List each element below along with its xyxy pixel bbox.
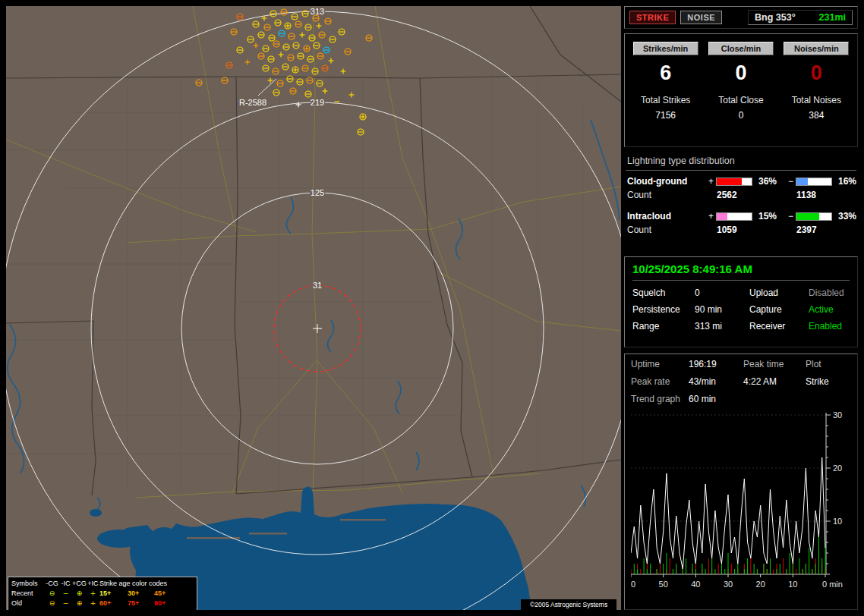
- intracloud-label: Intracloud: [627, 211, 706, 222]
- circle-minus-icon: ⊖: [45, 589, 59, 599]
- legend-header-row: Symbols -CG -IC +CG +IC Strike age color…: [11, 579, 194, 589]
- legend-old-label: Old: [11, 599, 45, 608]
- svg-text:50: 50: [659, 580, 668, 589]
- uptime-value: 196:19: [689, 359, 743, 369]
- total-noises-value: 384: [779, 110, 854, 121]
- intracloud-neg-count: 2397: [786, 225, 863, 235]
- intracloud-pos-bar: [716, 212, 752, 221]
- rates-section: Strikes/min 6 Total Strikes 7156 Close/m…: [624, 33, 858, 147]
- legend-symbols-label: Symbols: [11, 579, 45, 589]
- legend-old-row: Old ⊖ − ⊕ + 60+ 75+ 90+: [11, 599, 194, 608]
- strikes-per-min-column: Strikes/min 6 Total Strikes 7156: [628, 42, 703, 121]
- total-strikes-label: Total Strikes: [628, 95, 703, 105]
- cloud-ground-label: Cloud-ground: [627, 176, 706, 187]
- receiver-status: Enabled: [809, 321, 850, 332]
- svg-text:31: 31: [313, 281, 322, 290]
- upload-label: Upload: [749, 288, 809, 298]
- svg-text:30: 30: [833, 410, 842, 420]
- close-per-min-column: Close/min 0 Total Close 0: [703, 42, 778, 121]
- legend-recent-row: Recent ⊖ − ⊕ + 15+ 30+ 45+: [11, 589, 194, 599]
- peak-time-label: Peak time: [743, 359, 806, 369]
- copyright: ©2005 Astrogenic Systems: [521, 599, 616, 610]
- circle-plus-icon: ⊕: [72, 589, 87, 599]
- count-label: Count: [627, 225, 706, 235]
- svg-text:313: 313: [311, 7, 324, 16]
- squelch-value: 0: [695, 288, 749, 298]
- noises-per-min-button[interactable]: Noises/min: [784, 42, 849, 55]
- age-90: 90+: [154, 599, 178, 608]
- plus-icon: +: [87, 589, 99, 599]
- distribution-section: Lightning type distribution Cloud-ground…: [624, 153, 858, 250]
- minus-sign: −: [786, 211, 796, 222]
- receiver-label: Receiver: [749, 321, 809, 332]
- peak-rate-value: 43/min: [689, 376, 743, 387]
- count-label: Count: [627, 190, 706, 200]
- strike-symbol-cp: [285, 23, 291, 29]
- cloud-ground-pos-pct: 36%: [755, 176, 786, 187]
- cloud-ground-neg-bar: [796, 178, 832, 186]
- map-canvas: 31125219313 R-2588: [6, 6, 621, 610]
- strike-legend: Symbols -CG -IC +CG +IC Strike age color…: [8, 577, 197, 610]
- cloud-ground-pos-count: 2562: [706, 190, 786, 200]
- legend-col-neg-cg: -CG: [45, 579, 59, 589]
- total-noises-label: Total Noises: [779, 95, 854, 105]
- lightning-map[interactable]: 31125219313 R-2588 Symbols -CG -IC +CG +…: [6, 6, 621, 610]
- noise-toggle-button[interactable]: NOISE: [680, 11, 722, 24]
- plus-sign: +: [706, 211, 716, 222]
- intracloud-neg-pct: 33%: [835, 211, 863, 222]
- cloud-ground-neg-pct: 16%: [835, 176, 863, 187]
- strikes-per-min-button[interactable]: Strikes/min: [633, 42, 698, 55]
- strike-toggle-button[interactable]: STRIKE: [629, 11, 676, 24]
- svg-text:219: 219: [311, 98, 324, 107]
- svg-text:20: 20: [833, 464, 842, 473]
- close-per-min-value: 0: [703, 61, 778, 84]
- capture-label: Capture: [749, 304, 809, 315]
- svg-text:60: 60: [631, 580, 635, 589]
- noises-per-min-value: 0: [779, 61, 854, 84]
- control-panel: STRIKE NOISE Bng 353° 231mi Strikes/min …: [624, 6, 858, 610]
- total-close-label: Total Close: [703, 95, 778, 105]
- plot-label: Plot: [806, 359, 851, 369]
- peak-time-value: 4:22 AM: [743, 376, 806, 387]
- close-per-min-button[interactable]: Close/min: [708, 42, 774, 55]
- nexstorm-window: 31125219313 R-2588 Symbols -CG -IC +CG +…: [0, 0, 864, 616]
- intracloud-pos-pct: 15%: [755, 211, 786, 222]
- legend-col-pos-cg: +CG: [72, 579, 87, 589]
- age-15: 15+: [99, 589, 128, 599]
- uptime-label: Uptime: [631, 359, 689, 369]
- upload-status: Disabled: [809, 288, 850, 298]
- svg-text:30: 30: [724, 580, 733, 589]
- trend-window-value: 60 min: [689, 394, 743, 404]
- peak-rate-label: Peak rate: [631, 376, 689, 387]
- total-strikes-value: 7156: [628, 110, 703, 121]
- plus-sign: +: [706, 176, 716, 187]
- svg-text:10: 10: [788, 580, 797, 589]
- legend-age-header: Strike age color codes: [99, 579, 178, 589]
- circle-plus-icon: ⊕: [72, 599, 87, 608]
- bearing-distance: 231mi: [819, 12, 846, 23]
- svg-text:10: 10: [833, 517, 842, 526]
- datetime: 10/25/2025 8:49:16 AM: [632, 262, 850, 281]
- intracloud-pos-count: 1059: [706, 225, 786, 235]
- svg-text:0 min: 0 min: [822, 580, 843, 589]
- age-75: 75+: [128, 599, 154, 608]
- minus-sign: −: [786, 176, 796, 187]
- total-close-value: 0: [703, 110, 778, 121]
- age-30: 30+: [128, 589, 154, 599]
- circle-minus-icon: ⊖: [45, 599, 59, 608]
- cloud-ground-pos-bar: [716, 178, 752, 186]
- persistence-value: 90 min: [695, 304, 749, 315]
- trend-graph: 3020106050403020100 min: [631, 409, 851, 601]
- svg-text:125: 125: [311, 188, 324, 197]
- trend-chart: 3020106050403020100 min: [631, 409, 857, 599]
- noises-per-min-column: Noises/min 0 Total Noises 384: [779, 42, 854, 121]
- legend-col-neg-ic: -IC: [59, 579, 72, 589]
- top-bar: STRIKE NOISE Bng 353° 231mi: [624, 6, 858, 29]
- intracloud-neg-bar: [796, 212, 832, 221]
- capture-status: Active: [809, 304, 850, 315]
- trend-section: Uptime 196:19 Peak time Plot Peak rate 4…: [624, 354, 858, 610]
- squelch-label: Squelch: [632, 288, 695, 298]
- svg-text:20: 20: [756, 580, 765, 589]
- distribution-title: Lightning type distribution: [626, 153, 856, 171]
- bearing-box: Bng 353° 231mi: [748, 10, 853, 25]
